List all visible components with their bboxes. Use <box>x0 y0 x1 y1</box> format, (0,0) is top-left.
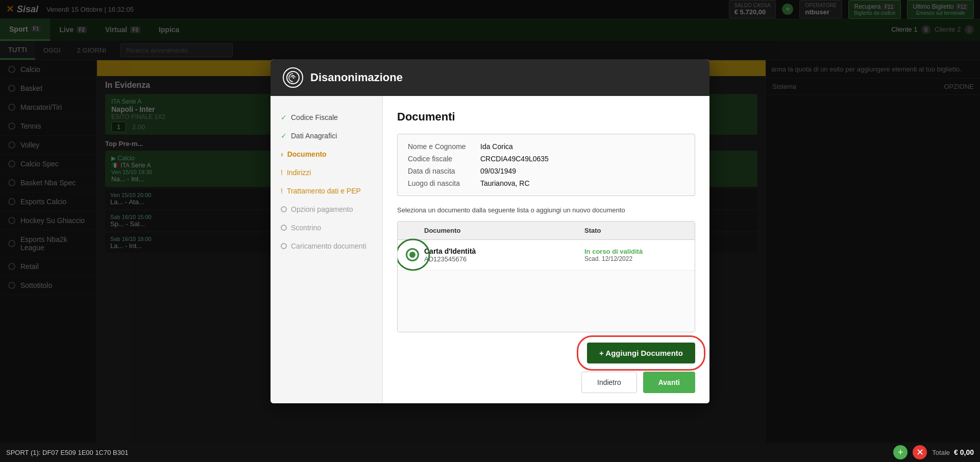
info-row-nome: Nome e Cognome Ida Corica <box>408 142 684 151</box>
wizard-circle-scontrino <box>281 225 287 231</box>
total-label: Totale <box>932 449 950 456</box>
wizard-item-indirizzi[interactable]: ! Indirizzi <box>271 163 382 182</box>
wizard-circle-opzioni <box>281 206 287 212</box>
wizard-item-caricamento[interactable]: Caricamento documenti <box>271 237 382 255</box>
doc-radio-inner <box>409 252 415 258</box>
modal-footer-btns: Indietro Avanti <box>397 372 695 393</box>
wizard-item-scontrino[interactable]: Scontrino <box>271 218 382 237</box>
codice-value: CRCDIA49C49L0635 <box>480 155 549 163</box>
col-documento: Documento <box>406 227 584 234</box>
selection-hint: Seleziona un documento dalla seguente li… <box>397 206 695 214</box>
wizard-label-indirizzi: Indirizzi <box>287 168 311 177</box>
avanti-button[interactable]: Avanti <box>643 372 695 393</box>
col-stato: Stato <box>584 227 687 234</box>
wizard-label-codicefiscale: Codice Fiscale <box>291 113 338 121</box>
doc-number: AD123545676 <box>424 255 584 263</box>
bottom-bar: SPORT (1): DF07 E509 1E00 1C70 B301 + ✕ … <box>0 443 980 462</box>
modal-title: Disanonimazione <box>310 71 403 84</box>
modal-body: ✓ Codice Fiscale ✓ Dati Anagrafici › Doc… <box>271 96 709 403</box>
wizard-label-documento: Documento <box>287 150 327 158</box>
red-circle-wrap: + Aggiungi Documento <box>587 343 695 363</box>
wizard-label-scontrino: Scontrino <box>291 224 321 232</box>
doc-status-col: In corso di validità Scad. 12/12/2022 <box>584 248 687 262</box>
wizard-label-dati: Dati Anagrafici <box>291 132 337 140</box>
bottom-right: Totale € 0,00 <box>932 448 974 456</box>
wizard-item-opzioni[interactable]: Opzioni pagamento <box>271 200 382 218</box>
nome-value: Ida Corica <box>480 142 513 151</box>
wizard-label-caricamento: Caricamento documenti <box>291 242 366 250</box>
wizard-exclaim-trattamento: ! <box>281 187 283 195</box>
wizard-circle-caricamento <box>281 243 287 249</box>
wizard-label-opzioni: Opzioni pagamento <box>291 205 353 213</box>
info-row-luogo: Luogo di nascita Taurianova, RC <box>408 179 684 187</box>
wizard-item-documento[interactable]: › Documento <box>271 145 382 163</box>
doc-info: Carta d'Identità AD123545676 <box>424 247 584 263</box>
person-info-box: Nome e Cognome Ida Corica Codice fiscale… <box>397 134 695 196</box>
modal-overlay: Disanonimazione ✓ Codice Fiscale ✓ Dati … <box>0 0 980 462</box>
doc-table-empty <box>398 271 695 332</box>
ticket-add-button[interactable]: + <box>893 445 908 459</box>
nome-label: Nome e Cognome <box>408 142 474 151</box>
luogo-label: Luogo di nascita <box>408 179 474 187</box>
doc-status: In corso di validità <box>584 248 687 255</box>
doc-row-carta[interactable]: Carta d'Identità AD123545676 In corso di… <box>398 240 695 271</box>
ticket-close-button[interactable]: ✕ <box>913 445 927 459</box>
codice-label: Codice fiscale <box>408 155 474 163</box>
fingerprint-icon <box>283 67 303 88</box>
modal-header: Disanonimazione <box>271 59 709 96</box>
wizard-check-codicefiscale: ✓ <box>281 113 287 121</box>
doc-radio-outer[interactable] <box>406 248 419 261</box>
content-title: Documenti <box>397 110 695 124</box>
info-row-nascita: Data di nascita 09/03/1949 <box>408 167 684 175</box>
add-doc-wrap: + Aggiungi Documento <box>397 343 695 363</box>
doc-type: Carta d'Identità <box>424 247 584 255</box>
wizard-exclaim-indirizzi: ! <box>281 168 283 177</box>
doc-table-header: Documento Stato <box>398 222 695 240</box>
indietro-button[interactable]: Indietro <box>581 372 637 393</box>
info-row-codice: Codice fiscale CRCDIA49C49L0635 <box>408 155 684 163</box>
nascita-value: 09/03/1949 <box>480 167 516 175</box>
doc-expiry: Scad. 12/12/2022 <box>584 255 687 262</box>
total-value: € 0,00 <box>954 448 974 456</box>
luogo-value: Taurianova, RC <box>480 179 530 187</box>
wizard-item-trattamento[interactable]: ! Trattamento dati e PEP <box>271 182 382 200</box>
wizard-item-codicefiscale[interactable]: ✓ Codice Fiscale <box>271 108 382 127</box>
wizard-sidebar: ✓ Codice Fiscale ✓ Dati Anagrafici › Doc… <box>271 96 383 403</box>
doc-table: Documento Stato <box>397 221 695 332</box>
modal: Disanonimazione ✓ Codice Fiscale ✓ Dati … <box>271 59 709 403</box>
wizard-check-dati: ✓ <box>281 132 287 140</box>
modal-content-area: Documenti Nome e Cognome Ida Corica Codi… <box>383 96 709 403</box>
wizard-item-dati[interactable]: ✓ Dati Anagrafici <box>271 127 382 145</box>
wizard-label-trattamento: Trattamento dati e PEP <box>287 187 361 195</box>
wizard-arrow-documento: › <box>281 150 283 158</box>
ticket-info: SPORT (1): DF07 E509 1E00 1C70 B301 <box>6 449 888 456</box>
doc-radio-wrap <box>406 248 424 261</box>
add-doc-button[interactable]: + Aggiungi Documento <box>587 343 695 363</box>
nascita-label: Data di nascita <box>408 167 474 175</box>
